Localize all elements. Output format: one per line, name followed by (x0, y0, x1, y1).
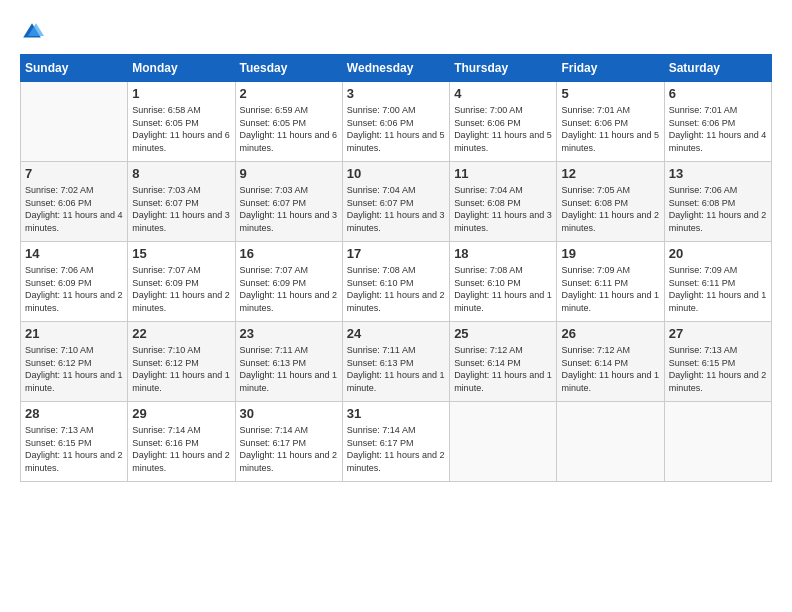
day-info: Sunrise: 7:14 AMSunset: 6:16 PMDaylight:… (132, 424, 230, 474)
day-info: Sunrise: 7:06 AMSunset: 6:09 PMDaylight:… (25, 264, 123, 314)
day-number: 22 (132, 326, 230, 341)
day-info: Sunrise: 7:06 AMSunset: 6:08 PMDaylight:… (669, 184, 767, 234)
day-info: Sunrise: 7:09 AMSunset: 6:11 PMDaylight:… (669, 264, 767, 314)
day-cell: 13Sunrise: 7:06 AMSunset: 6:08 PMDayligh… (664, 162, 771, 242)
week-row-1: 1Sunrise: 6:58 AMSunset: 6:05 PMDaylight… (21, 82, 772, 162)
calendar-body: 1Sunrise: 6:58 AMSunset: 6:05 PMDaylight… (21, 82, 772, 482)
day-number: 8 (132, 166, 230, 181)
header-day-saturday: Saturday (664, 55, 771, 82)
day-number: 29 (132, 406, 230, 421)
day-number: 30 (240, 406, 338, 421)
day-number: 26 (561, 326, 659, 341)
day-info: Sunrise: 7:12 AMSunset: 6:14 PMDaylight:… (561, 344, 659, 394)
day-info: Sunrise: 7:12 AMSunset: 6:14 PMDaylight:… (454, 344, 552, 394)
day-info: Sunrise: 7:13 AMSunset: 6:15 PMDaylight:… (669, 344, 767, 394)
day-cell: 9Sunrise: 7:03 AMSunset: 6:07 PMDaylight… (235, 162, 342, 242)
day-number: 24 (347, 326, 445, 341)
page-header (20, 20, 772, 44)
day-cell (450, 402, 557, 482)
day-info: Sunrise: 7:03 AMSunset: 6:07 PMDaylight:… (240, 184, 338, 234)
day-number: 18 (454, 246, 552, 261)
day-cell: 29Sunrise: 7:14 AMSunset: 6:16 PMDayligh… (128, 402, 235, 482)
logo-icon (20, 20, 44, 44)
day-cell: 1Sunrise: 6:58 AMSunset: 6:05 PMDaylight… (128, 82, 235, 162)
day-info: Sunrise: 7:03 AMSunset: 6:07 PMDaylight:… (132, 184, 230, 234)
day-number: 1 (132, 86, 230, 101)
day-info: Sunrise: 7:01 AMSunset: 6:06 PMDaylight:… (561, 104, 659, 154)
day-cell: 31Sunrise: 7:14 AMSunset: 6:17 PMDayligh… (342, 402, 449, 482)
day-cell: 20Sunrise: 7:09 AMSunset: 6:11 PMDayligh… (664, 242, 771, 322)
day-number: 4 (454, 86, 552, 101)
day-number: 31 (347, 406, 445, 421)
day-number: 6 (669, 86, 767, 101)
day-info: Sunrise: 6:58 AMSunset: 6:05 PMDaylight:… (132, 104, 230, 154)
day-cell: 30Sunrise: 7:14 AMSunset: 6:17 PMDayligh… (235, 402, 342, 482)
day-info: Sunrise: 7:10 AMSunset: 6:12 PMDaylight:… (132, 344, 230, 394)
day-number: 27 (669, 326, 767, 341)
day-cell: 22Sunrise: 7:10 AMSunset: 6:12 PMDayligh… (128, 322, 235, 402)
calendar-table: SundayMondayTuesdayWednesdayThursdayFrid… (20, 54, 772, 482)
day-info: Sunrise: 7:07 AMSunset: 6:09 PMDaylight:… (240, 264, 338, 314)
day-info: Sunrise: 7:13 AMSunset: 6:15 PMDaylight:… (25, 424, 123, 474)
day-number: 17 (347, 246, 445, 261)
day-cell: 6Sunrise: 7:01 AMSunset: 6:06 PMDaylight… (664, 82, 771, 162)
day-cell: 15Sunrise: 7:07 AMSunset: 6:09 PMDayligh… (128, 242, 235, 322)
day-cell: 16Sunrise: 7:07 AMSunset: 6:09 PMDayligh… (235, 242, 342, 322)
day-number: 21 (25, 326, 123, 341)
day-cell (557, 402, 664, 482)
header-day-friday: Friday (557, 55, 664, 82)
day-number: 14 (25, 246, 123, 261)
day-number: 23 (240, 326, 338, 341)
day-cell: 14Sunrise: 7:06 AMSunset: 6:09 PMDayligh… (21, 242, 128, 322)
day-cell: 8Sunrise: 7:03 AMSunset: 6:07 PMDaylight… (128, 162, 235, 242)
day-info: Sunrise: 7:07 AMSunset: 6:09 PMDaylight:… (132, 264, 230, 314)
day-number: 13 (669, 166, 767, 181)
day-info: Sunrise: 7:00 AMSunset: 6:06 PMDaylight:… (347, 104, 445, 154)
day-info: Sunrise: 7:08 AMSunset: 6:10 PMDaylight:… (347, 264, 445, 314)
day-info: Sunrise: 7:00 AMSunset: 6:06 PMDaylight:… (454, 104, 552, 154)
day-number: 20 (669, 246, 767, 261)
day-cell: 19Sunrise: 7:09 AMSunset: 6:11 PMDayligh… (557, 242, 664, 322)
day-cell: 10Sunrise: 7:04 AMSunset: 6:07 PMDayligh… (342, 162, 449, 242)
day-number: 10 (347, 166, 445, 181)
day-number: 28 (25, 406, 123, 421)
day-number: 16 (240, 246, 338, 261)
day-cell: 3Sunrise: 7:00 AMSunset: 6:06 PMDaylight… (342, 82, 449, 162)
day-cell: 11Sunrise: 7:04 AMSunset: 6:08 PMDayligh… (450, 162, 557, 242)
day-cell (21, 82, 128, 162)
day-number: 9 (240, 166, 338, 181)
day-cell: 17Sunrise: 7:08 AMSunset: 6:10 PMDayligh… (342, 242, 449, 322)
day-cell: 12Sunrise: 7:05 AMSunset: 6:08 PMDayligh… (557, 162, 664, 242)
header-day-sunday: Sunday (21, 55, 128, 82)
day-number: 5 (561, 86, 659, 101)
day-cell: 24Sunrise: 7:11 AMSunset: 6:13 PMDayligh… (342, 322, 449, 402)
week-row-4: 21Sunrise: 7:10 AMSunset: 6:12 PMDayligh… (21, 322, 772, 402)
day-cell: 27Sunrise: 7:13 AMSunset: 6:15 PMDayligh… (664, 322, 771, 402)
header-row: SundayMondayTuesdayWednesdayThursdayFrid… (21, 55, 772, 82)
day-number: 12 (561, 166, 659, 181)
day-number: 25 (454, 326, 552, 341)
day-cell: 28Sunrise: 7:13 AMSunset: 6:15 PMDayligh… (21, 402, 128, 482)
day-number: 15 (132, 246, 230, 261)
day-info: Sunrise: 7:04 AMSunset: 6:08 PMDaylight:… (454, 184, 552, 234)
day-cell: 26Sunrise: 7:12 AMSunset: 6:14 PMDayligh… (557, 322, 664, 402)
day-info: Sunrise: 7:05 AMSunset: 6:08 PMDaylight:… (561, 184, 659, 234)
header-day-monday: Monday (128, 55, 235, 82)
week-row-2: 7Sunrise: 7:02 AMSunset: 6:06 PMDaylight… (21, 162, 772, 242)
day-number: 19 (561, 246, 659, 261)
day-info: Sunrise: 7:09 AMSunset: 6:11 PMDaylight:… (561, 264, 659, 314)
day-info: Sunrise: 7:10 AMSunset: 6:12 PMDaylight:… (25, 344, 123, 394)
day-cell: 23Sunrise: 7:11 AMSunset: 6:13 PMDayligh… (235, 322, 342, 402)
day-number: 7 (25, 166, 123, 181)
calendar-header: SundayMondayTuesdayWednesdayThursdayFrid… (21, 55, 772, 82)
logo (20, 20, 48, 44)
day-cell: 18Sunrise: 7:08 AMSunset: 6:10 PMDayligh… (450, 242, 557, 322)
day-info: Sunrise: 7:01 AMSunset: 6:06 PMDaylight:… (669, 104, 767, 154)
header-day-tuesday: Tuesday (235, 55, 342, 82)
day-info: Sunrise: 7:11 AMSunset: 6:13 PMDaylight:… (240, 344, 338, 394)
day-info: Sunrise: 7:04 AMSunset: 6:07 PMDaylight:… (347, 184, 445, 234)
week-row-5: 28Sunrise: 7:13 AMSunset: 6:15 PMDayligh… (21, 402, 772, 482)
day-cell: 5Sunrise: 7:01 AMSunset: 6:06 PMDaylight… (557, 82, 664, 162)
week-row-3: 14Sunrise: 7:06 AMSunset: 6:09 PMDayligh… (21, 242, 772, 322)
day-number: 3 (347, 86, 445, 101)
